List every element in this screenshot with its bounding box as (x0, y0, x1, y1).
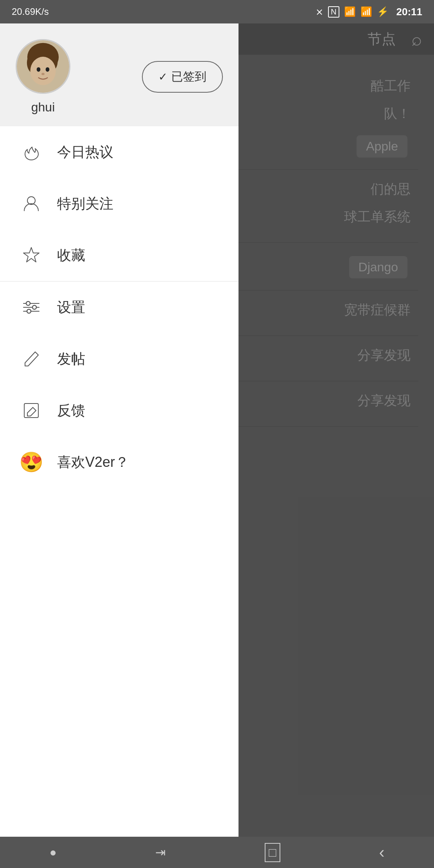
menu-item-post[interactable]: 发帖 (0, 333, 239, 385)
network-speed: 20.69K/s (12, 6, 49, 17)
menu-label-favorites: 收藏 (57, 246, 85, 265)
menu-item-special[interactable]: 特别关注 (0, 178, 239, 230)
nfc-icon: N (328, 6, 339, 18)
svg-point-5 (37, 67, 41, 72)
svg-point-4 (30, 57, 56, 85)
nav-bar: ● ⇥ □ ‹ (0, 837, 434, 868)
menu-item-favorites[interactable]: 收藏 (0, 230, 239, 281)
menu-item-love[interactable]: 😍 喜欢V2er？ (0, 436, 239, 488)
side-drawer: ghui ✓ 已签到 今日热议 (0, 23, 239, 837)
battery-icon: ⚡ (377, 6, 389, 17)
flame-icon (20, 140, 43, 164)
status-icons: ⨯ N 📶 📶 ⚡ 20:11 (316, 6, 422, 18)
nav-home-button[interactable]: ● (49, 846, 56, 859)
edit-box-icon (20, 399, 43, 422)
svg-point-14 (32, 305, 36, 309)
drawer-menu: 今日热议 特别关注 收藏 (0, 126, 239, 837)
menu-label-special: 特别关注 (57, 194, 113, 213)
nav-recents-button[interactable]: ⇥ (155, 845, 166, 860)
svg-point-15 (27, 309, 31, 313)
person-star-icon (20, 192, 43, 215)
svg-point-6 (46, 67, 50, 72)
menu-label-feedback: 反馈 (57, 401, 85, 420)
signal-icon: 📶 (360, 6, 372, 17)
username: ghui (31, 100, 55, 115)
nav-back-button[interactable]: ‹ (379, 843, 385, 862)
sliders-icon (20, 296, 43, 319)
checkin-check-icon: ✓ (158, 70, 167, 83)
avatar[interactable] (16, 39, 70, 94)
menu-item-feedback[interactable]: 反馈 (0, 385, 239, 436)
wifi-icon: 📶 (344, 6, 356, 17)
user-profile: ghui (16, 39, 70, 115)
menu-label-hot: 今日热议 (57, 143, 113, 162)
svg-point-13 (26, 301, 30, 305)
drawer-header: ghui ✓ 已签到 (0, 23, 239, 126)
emoji-love-icon: 😍 (20, 450, 43, 474)
pencil-icon (20, 347, 43, 371)
drawer-overlay[interactable]: ghui ✓ 已签到 今日热议 (0, 23, 434, 837)
svg-marker-9 (23, 247, 39, 262)
svg-point-7 (41, 73, 45, 75)
checkin-label: 已签到 (171, 69, 206, 85)
menu-label-love: 喜欢V2er？ (57, 453, 129, 472)
menu-label-post: 发帖 (57, 350, 85, 369)
status-bar: 20.69K/s ⨯ N 📶 📶 ⚡ 20:11 (0, 0, 434, 23)
time-display: 20:11 (396, 6, 423, 18)
bluetooth-icon: ⨯ (316, 6, 323, 17)
nav-square-button[interactable]: □ (265, 843, 280, 862)
menu-item-hot[interactable]: 今日热议 (0, 126, 239, 178)
menu-item-settings[interactable]: 设置 (0, 282, 239, 333)
menu-label-settings: 设置 (57, 298, 85, 317)
checkin-button[interactable]: ✓ 已签到 (142, 61, 223, 93)
star-icon (20, 244, 43, 267)
